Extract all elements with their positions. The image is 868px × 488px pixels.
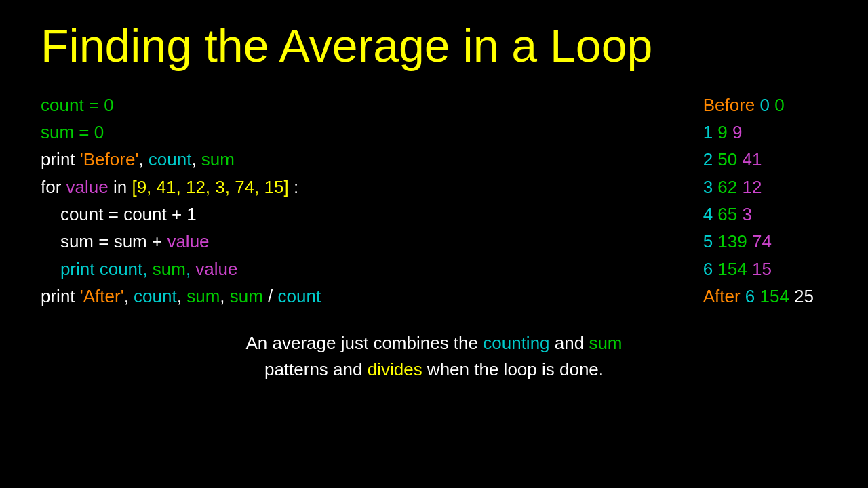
output-sum-2: 50 xyxy=(717,149,742,169)
output-val-4: 3 xyxy=(742,204,751,224)
output-row-5: 5 139 74 xyxy=(703,228,814,255)
code-comma-a3: , xyxy=(220,286,229,306)
page-title: Finding the Average in a Loop xyxy=(41,20,827,71)
output-val-3: 12 xyxy=(742,177,762,197)
code-line-3: print 'Before', count, sum xyxy=(41,146,321,173)
output-sum-5: 139 xyxy=(717,231,752,251)
bottom-sum: sum xyxy=(589,333,622,353)
output-before-label: Before xyxy=(703,95,760,115)
code-value-inner: value xyxy=(195,259,237,279)
output-after-row: After 6 154 25 xyxy=(703,283,814,310)
output-sum-1: 9 xyxy=(717,122,732,142)
content-area: count = 0 sum = 0 print 'Before', count,… xyxy=(41,92,827,310)
output-row-1: 1 9 9 xyxy=(703,119,814,146)
code-indent-2: sum = sum + xyxy=(41,231,167,251)
code-count-after: count xyxy=(134,286,177,306)
bottom-text-1: An average just combines the xyxy=(245,333,483,353)
code-count-inner: count xyxy=(100,259,143,279)
output-count-4: 4 xyxy=(703,204,718,224)
output-val-5: 74 xyxy=(752,231,772,251)
output-before-sum: 0 xyxy=(774,95,784,115)
output-row-6: 6 154 15 xyxy=(703,256,814,283)
bottom-line-1: An average just combines the counting an… xyxy=(41,330,827,357)
code-count-div: count xyxy=(278,286,321,306)
output-after-label: After xyxy=(703,286,745,306)
output-after-avg: 25 xyxy=(794,286,814,306)
bottom-divides: divides xyxy=(368,359,422,380)
code-line-6: sum = sum + value xyxy=(41,228,321,255)
output-row-3: 3 62 12 xyxy=(703,174,814,201)
code-print-after: print xyxy=(41,286,80,306)
output-count-3: 3 xyxy=(703,177,718,197)
bottom-line-2: patterns and divides when the loop is do… xyxy=(41,357,827,383)
bottom-text-3: patterns and xyxy=(264,359,368,380)
code-comma-inner-2: , xyxy=(186,259,195,279)
code-colon: : xyxy=(289,177,298,197)
code-sum-after: sum xyxy=(186,286,220,306)
output-row-2: 2 50 41 xyxy=(703,146,814,173)
code-in: in xyxy=(108,177,132,197)
output-val-1: 9 xyxy=(732,122,742,142)
bottom-description: An average just combines the counting an… xyxy=(41,330,827,383)
output-count-2: 2 xyxy=(703,149,718,169)
code-comma-inner-1: , xyxy=(142,259,152,279)
code-sum-init: sum = 0 xyxy=(41,122,104,142)
code-print-inner: print xyxy=(41,259,100,279)
output-after-sum: 154 xyxy=(760,286,794,306)
code-value-kw: value xyxy=(66,177,108,197)
code-line-1: count = 0 xyxy=(41,92,321,119)
bottom-counting: counting xyxy=(483,333,549,353)
output-count-1: 1 xyxy=(703,122,718,142)
output-count-6: 6 xyxy=(703,259,718,279)
bottom-text-2: and xyxy=(550,333,589,353)
code-sum-div: sum xyxy=(230,286,263,306)
output-count-5: 5 xyxy=(703,231,718,251)
bottom-text-4: when the loop is done. xyxy=(422,359,604,380)
code-before-str: 'Before' xyxy=(80,149,139,169)
code-comma-2: , xyxy=(191,149,201,169)
code-line-7: print count, sum, value xyxy=(41,256,321,283)
output-sum-3: 62 xyxy=(717,177,742,197)
code-line-8: print 'After', count, sum, sum / count xyxy=(41,283,321,310)
code-count-1: count xyxy=(149,149,192,169)
code-value-ref: value xyxy=(167,231,209,251)
output-before-row: Before 0 0 xyxy=(703,92,814,119)
code-slash: / xyxy=(263,286,278,306)
code-sum-inner: sum xyxy=(153,259,186,279)
code-sum-1: sum xyxy=(201,149,235,169)
output-val-6: 15 xyxy=(752,259,772,279)
code-comma-1: , xyxy=(138,149,148,169)
code-line-5: count = count + 1 xyxy=(41,201,321,228)
output-after-count: 6 xyxy=(745,286,760,306)
output-block: Before 0 0 1 9 9 2 50 41 3 62 12 4 65 3 … xyxy=(703,92,827,310)
code-comma-a1: , xyxy=(124,286,134,306)
output-before-count: 0 xyxy=(760,95,774,115)
code-comma-a2: , xyxy=(177,286,186,306)
output-sum-6: 154 xyxy=(717,259,752,279)
code-block: count = 0 sum = 0 print 'Before', count,… xyxy=(41,92,321,310)
code-line-2: sum = 0 xyxy=(41,119,321,146)
code-count-init: count = 0 xyxy=(41,95,114,115)
code-indent-1: count = count + 1 xyxy=(41,204,197,224)
output-row-4: 4 65 3 xyxy=(703,201,814,228)
code-line-4: for value in [9, 41, 12, 3, 74, 15] : xyxy=(41,174,321,201)
code-for: for xyxy=(41,177,66,197)
code-list: [9, 41, 12, 3, 74, 15] xyxy=(132,177,288,197)
code-print-1: print xyxy=(41,149,80,169)
output-val-2: 41 xyxy=(742,149,762,169)
output-sum-4: 65 xyxy=(717,204,742,224)
page: Finding the Average in a Loop count = 0 … xyxy=(0,0,868,488)
code-after-str: 'After' xyxy=(80,286,124,306)
